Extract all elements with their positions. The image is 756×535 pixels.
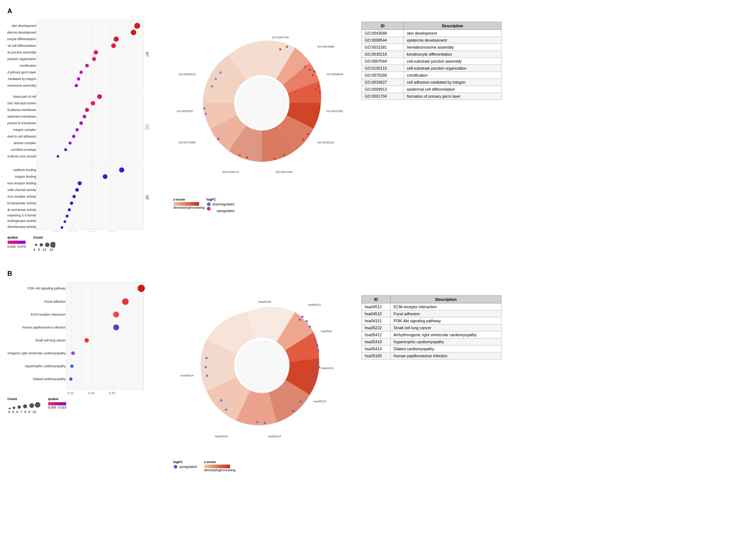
svg-point-96 (205, 113, 207, 115)
svg-text:GO:0033627: GO:0033627 (177, 110, 194, 113)
svg-point-91 (283, 154, 285, 156)
panel-a-row: BP CC MF 0.05 0.10 0.15 0.20 GeneRatio (7, 18, 749, 251)
svg-point-57 (78, 181, 82, 185)
svg-point-21 (94, 50, 98, 55)
svg-point-181 (174, 465, 177, 469)
qvalue-legend-a: qvalue 0.025 0.075 (7, 236, 26, 251)
svg-point-100 (219, 72, 222, 74)
svg-text:PI3K-Akt signaling pathway: PI3K-Akt signaling pathway (28, 286, 66, 290)
svg-point-89 (307, 133, 309, 135)
panel-a-label: A (7, 7, 749, 15)
table-cell-id: GO:0008544 (362, 37, 404, 44)
svg-point-33 (97, 94, 102, 99)
panel-a: A BP CC MF (7, 7, 749, 251)
svg-text:hsa04151: hsa04151 (321, 366, 334, 370)
table-row: GO:0031581hemidesmosome assembly (362, 44, 502, 51)
table-cell-desc: cornification (404, 72, 502, 79)
svg-point-53 (119, 167, 124, 173)
qvalue-min: 0.025 (7, 245, 16, 249)
panel-b-table-body: hsa04512ECM-receptor interactionhsa04510… (362, 303, 502, 359)
svg-text:hsa05414: hsa05414 (181, 374, 194, 377)
svg-point-17 (114, 37, 119, 42)
svg-text:intramolecular oxidoreductase : intramolecular oxidoreductase activity, … (7, 213, 36, 217)
table-cell-id: GO:0007044 (362, 58, 404, 65)
svg-text:0.20: 0.20 (109, 391, 115, 395)
table-row: hsa05414Dilated cardiomyopathy (362, 345, 502, 352)
svg-point-135 (113, 324, 119, 330)
svg-point-19 (111, 44, 116, 48)
svg-point-164 (299, 400, 302, 403)
circular-a-legend: z-score decreasing increasing logFC (173, 198, 350, 215)
svg-point-90 (302, 139, 304, 141)
svg-point-29 (77, 77, 80, 81)
svg-text:epidermal cell differentiation: epidermal cell differentiation (7, 44, 36, 48)
table-row: GO:0008544epidermis development (362, 37, 502, 44)
table-row: hsa05165Human papillomavirus infection (362, 352, 502, 359)
svg-point-84 (319, 91, 321, 93)
svg-point-172 (205, 357, 208, 359)
table-cell-desc: cell adhesion mediated by integrin (404, 79, 502, 86)
svg-point-72 (35, 244, 37, 246)
table-cell-desc: epidermis development (404, 37, 502, 44)
qvalue-legend-b: qvalue 0.005 0.015 (48, 397, 66, 414)
panel-b-dotplot-svg: 0.12 0.16 0.20 GeneRatio PI3K-Akt signal… (7, 281, 162, 395)
svg-text:Small cell lung cancer: Small cell lung cancer (35, 338, 66, 342)
svg-rect-115 (66, 282, 144, 389)
svg-point-169 (220, 399, 222, 402)
svg-point-113 (207, 202, 211, 206)
svg-text:cell-substrate junction organi: cell-substrate junction organization (7, 57, 36, 61)
table-cell-id: GO:0150115 (362, 65, 404, 72)
svg-text:retinol dehydrogenase activity: retinol dehydrogenase activity (7, 219, 37, 223)
svg-rect-0 (37, 20, 144, 89)
svg-text:keratinocyte differentiation: keratinocyte differentiation (7, 37, 36, 41)
panel-b-circular-svg: hsa05165 hsa04512 hsa4510 hsa04151 hsa05… (173, 281, 350, 458)
svg-text:long-chain fatty acid transpor: long-chain fatty acid transporter activi… (7, 201, 37, 205)
table-cell-desc: formation of primary germ layer (404, 93, 502, 100)
panel-b-dotplot-legend: Count 4 (7, 397, 162, 414)
table-row: hsa04151PI3K-Akt signaling pathway (362, 317, 502, 324)
svg-text:basement membrane: basement membrane (7, 115, 36, 118)
svg-point-95 (217, 138, 219, 140)
svg-point-86 (318, 107, 320, 110)
svg-point-101 (279, 48, 281, 51)
svg-text:0.05: 0.05 (52, 231, 59, 232)
svg-point-149 (35, 402, 41, 408)
table-cell-id: hsa05414 (362, 345, 391, 352)
svg-point-69 (64, 220, 66, 223)
table-cell-desc: ECM-receptor interaction (391, 303, 502, 310)
svg-text:Dilated cardiomyopathy: Dilated cardiomyopathy (33, 377, 66, 381)
svg-point-160 (313, 370, 315, 372)
table-row: GO:0070268cornification (362, 72, 502, 79)
svg-text:hsa05165: hsa05165 (258, 300, 271, 303)
panel-b-table-section: ID Description hsa04512ECM-receptor inte… (361, 281, 502, 359)
zscore-legend-b: z-score decreasing increasing (204, 460, 230, 472)
svg-point-146 (18, 406, 21, 409)
svg-text:ECM-receptor interaction: ECM-receptor interaction (31, 313, 66, 316)
svg-point-13 (134, 23, 140, 29)
svg-text:epidermis development: epidermis development (7, 31, 37, 34)
svg-text:GO:0008544: GO:0008544 (326, 73, 343, 76)
table-row: GO:0007044cell-substrate junction assemb… (362, 58, 502, 65)
table-cell-desc: hemidesmosome assembly (404, 44, 502, 51)
svg-text:0.16: 0.16 (89, 391, 95, 395)
svg-text:chloride channel activity: chloride channel activity (7, 188, 37, 192)
svg-text:GO:0009913: GO:0009913 (178, 73, 195, 76)
svg-text:Human papillomavirus infection: Human papillomavirus infection (22, 326, 66, 329)
svg-text:0.12: 0.12 (68, 391, 74, 395)
svg-point-157 (316, 344, 318, 346)
table-b-header-id: ID (362, 296, 391, 303)
svg-text:protein complex involved in ce: protein complex involved in cell adhesio… (7, 135, 36, 138)
svg-point-114 (207, 207, 211, 211)
svg-point-147 (23, 404, 27, 409)
svg-point-67 (66, 215, 69, 218)
panel-b-row: 0.12 0.16 0.20 GeneRatio PI3K-Akt signal… (7, 281, 749, 458)
svg-point-31 (75, 84, 78, 87)
svg-point-65 (68, 208, 71, 211)
cc-label: CC (145, 125, 149, 130)
svg-point-141 (70, 365, 74, 368)
svg-point-170 (206, 375, 208, 377)
svg-point-37 (85, 108, 89, 112)
svg-text:basal plasma membrane: basal plasma membrane (7, 108, 36, 112)
svg-point-80 (312, 74, 314, 76)
svg-point-78 (237, 78, 287, 128)
